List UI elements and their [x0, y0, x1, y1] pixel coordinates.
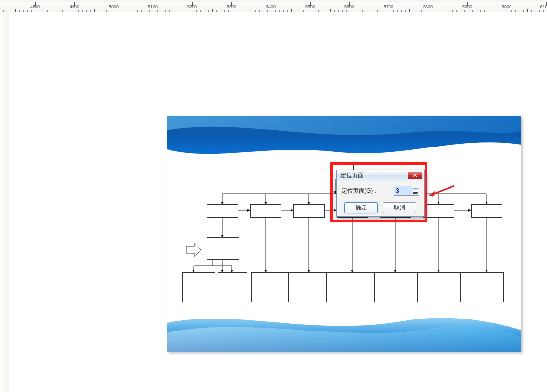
ruler-label: 5100: [148, 4, 158, 9]
ruler-label: 5900: [462, 4, 472, 9]
spinner-down-button[interactable]: [412, 191, 419, 196]
flow-bottom-box[interactable]: [461, 272, 504, 302]
ruler-label: 610: [540, 4, 547, 9]
vertical-ruler[interactable]: [0, 12, 9, 392]
flow-offset-box[interactable]: [207, 237, 239, 260]
ruler-label: 4800: [30, 4, 40, 9]
spinner-up-button[interactable]: [412, 186, 419, 191]
decorative-bottom-band: [167, 304, 521, 352]
flow-box[interactable]: [471, 204, 502, 218]
dialog-titlebar[interactable]: 定位页面: [337, 170, 424, 181]
goto-page-dialog: 定位页面 定位页面(G)： 确定: [336, 170, 425, 217]
canvas-area[interactable]: 定位页面 定位页面(G)： 确定: [9, 12, 547, 392]
annotation-arrow: [426, 184, 455, 200]
flow-box[interactable]: [207, 204, 238, 218]
document-page[interactable]: 定位页面 定位页面(G)： 确定: [167, 116, 521, 352]
flow-box[interactable]: [250, 204, 281, 218]
ruler-label: 6000: [502, 4, 511, 9]
flow-bottom-box[interactable]: [374, 272, 417, 302]
ruler-label: 5300: [227, 4, 236, 9]
flow-bottom-box[interactable]: [251, 272, 289, 302]
ruler-label: 4900: [70, 4, 79, 9]
horizontal-ruler[interactable]: 4800490050005100520053005400550056005700…: [0, 2, 547, 12]
dialog-title: 定位页面: [340, 172, 408, 180]
ruler-label: 5400: [266, 4, 276, 9]
decorative-top-band: [167, 116, 521, 166]
flow-box[interactable]: [293, 204, 325, 218]
flow-box[interactable]: [423, 204, 454, 218]
ruler-label: 5700: [384, 4, 393, 9]
flow-bottom-box[interactable]: [289, 272, 326, 302]
ruler-label: 5000: [109, 4, 119, 9]
page-number-input[interactable]: [394, 186, 412, 195]
ruler-label: 5600: [344, 4, 354, 9]
flow-bottom-box[interactable]: [218, 272, 247, 302]
flow-bottom-box[interactable]: [182, 272, 215, 302]
chevron-down-icon: [412, 192, 419, 194]
dialog-close-button[interactable]: [408, 172, 422, 179]
goto-page-label: 定位页面(G)：: [341, 187, 391, 195]
cancel-button[interactable]: 取消: [383, 202, 416, 213]
chevron-up-icon: [412, 188, 419, 189]
ruler-label: 5500: [305, 4, 315, 9]
flow-bottom-box[interactable]: [326, 272, 374, 302]
ruler-label: 5200: [187, 4, 197, 9]
ok-button[interactable]: 确定: [344, 202, 378, 213]
ruler-label: 5800: [423, 4, 433, 9]
right-arrow-icon: [185, 243, 202, 259]
flow-bottom-box[interactable]: [417, 272, 461, 302]
close-icon: [413, 173, 417, 177]
page-number-spinner[interactable]: [394, 186, 419, 196]
